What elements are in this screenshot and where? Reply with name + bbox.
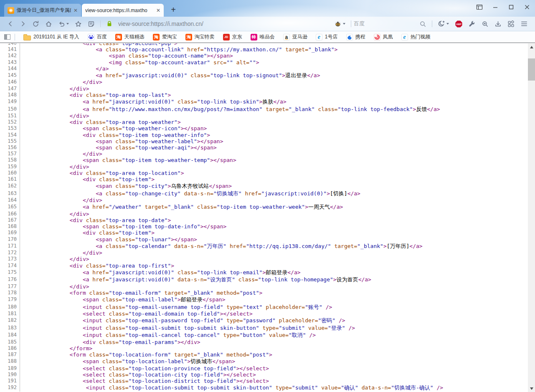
tab-maxthon-today[interactable]: 傲游今日_傲游用户专属的网 ✕ bbox=[4, 4, 81, 17]
extensions-grid-icon[interactable] bbox=[505, 18, 517, 30]
bookmark-label: 携程 bbox=[355, 33, 365, 40]
source-line-code: </div> bbox=[20, 164, 89, 170]
source-line-code: </div> bbox=[20, 250, 102, 256]
home-icon[interactable] bbox=[42, 18, 55, 30]
toolbar-separator bbox=[432, 20, 432, 27]
line-number: 171 bbox=[0, 243, 20, 250]
tab-title: view-source:https://i.maxtho bbox=[85, 8, 154, 13]
tao-icon: 淘 bbox=[115, 34, 122, 40]
source-line: 190 <select class="top-location-city top… bbox=[0, 372, 535, 378]
source-line-code: <input class="top-email-password top-fie… bbox=[20, 317, 345, 324]
search-icon[interactable] bbox=[416, 18, 429, 30]
bookmark-item[interactable]: 淘天猫精选 bbox=[115, 33, 145, 40]
source-line-code: <div class="top-account-pop"> bbox=[20, 43, 177, 46]
download-icon[interactable] bbox=[492, 18, 505, 30]
line-number: 151 bbox=[0, 113, 20, 119]
tab-close-icon[interactable]: ✕ bbox=[74, 8, 78, 13]
wrench-icon[interactable] bbox=[466, 18, 479, 30]
bookmark-item[interactable]: e热门视频 bbox=[401, 33, 431, 40]
source-line: 147 </div> bbox=[0, 86, 535, 92]
line-number: 169 bbox=[0, 230, 20, 236]
maxthon-today-icon bbox=[8, 7, 14, 14]
source-line: 184 <input class="top-email-cancel top-c… bbox=[0, 331, 535, 339]
line-number: 173 bbox=[0, 256, 20, 262]
favorite-star-icon[interactable] bbox=[72, 18, 85, 30]
bookmark-item[interactable]: 淘淘宝特卖 bbox=[185, 33, 215, 40]
bee-icon[interactable] bbox=[331, 18, 348, 30]
source-line-code: <span class="top-weather-label"></span> bbox=[20, 138, 223, 144]
line-number: 168 bbox=[0, 223, 20, 230]
menu-hamburger-icon[interactable] bbox=[517, 18, 531, 30]
line-number: 175 bbox=[0, 269, 20, 276]
bookmark-item[interactable]: 20191101 从 IE 导入 bbox=[23, 33, 79, 40]
bookmark-label: 亚马逊 bbox=[292, 33, 307, 40]
bookmark-label: 爱淘宝 bbox=[162, 33, 177, 40]
source-line-code: <div class="top-item"> bbox=[20, 176, 155, 182]
bookmark-item[interactable]: 淘爱淘宝 bbox=[153, 33, 177, 40]
scrollbar-down-button[interactable] bbox=[528, 385, 535, 392]
source-line-code: </div> bbox=[20, 86, 89, 92]
tab-view-source[interactable]: view-source:https://i.maxtho ✕ bbox=[82, 4, 164, 17]
source-line: 157 </div> bbox=[0, 151, 535, 157]
vertical-scrollbar[interactable] bbox=[528, 43, 535, 392]
minimize-icon[interactable] bbox=[491, 3, 500, 12]
source-line: 170 <span class="top-lunar"></span> bbox=[0, 236, 535, 243]
line-number: 159 bbox=[0, 164, 20, 170]
line-number: 162 bbox=[0, 182, 20, 190]
page-find-icon[interactable] bbox=[479, 18, 492, 30]
source-line: 150 <a href="http://www.maxthon.cn/mx/bu… bbox=[0, 106, 535, 113]
bookmark-item[interactable]: 携程 bbox=[346, 33, 365, 40]
scrollbar-up-button[interactable] bbox=[528, 43, 535, 51]
source-line-code: </div> bbox=[20, 256, 89, 262]
bookmark-item[interactable]: 特唯品会 bbox=[251, 33, 275, 40]
ssl-lock-icon[interactable] bbox=[103, 18, 116, 30]
bookmark-label: 天猫精选 bbox=[124, 33, 145, 40]
source-line-code: <input class="top-email-submit top-submi… bbox=[20, 324, 355, 332]
reader-page-icon[interactable] bbox=[85, 18, 98, 30]
line-number: 165 bbox=[0, 203, 20, 211]
line-number: 170 bbox=[0, 236, 20, 243]
ui-layout-icon[interactable] bbox=[475, 3, 484, 12]
amazon-icon: a bbox=[283, 34, 290, 40]
source-line: 167 <div class="top-area top-date"> bbox=[0, 217, 535, 223]
forward-icon[interactable] bbox=[17, 18, 29, 30]
source-line-code: <span class="top-lunar"></span> bbox=[20, 236, 197, 243]
source-line: 149 <a href="javascript:void(0)" class="… bbox=[0, 98, 535, 106]
maximize-icon[interactable] bbox=[507, 3, 516, 12]
line-number: 174 bbox=[0, 263, 20, 269]
window-controls bbox=[475, 3, 532, 12]
refresh-icon[interactable] bbox=[29, 18, 42, 30]
source-line-code: <a href="javascript:void(0)" class="top-… bbox=[20, 72, 320, 79]
source-line-code: <img class="top-account-avatar" src="" a… bbox=[20, 59, 259, 66]
address-bar-url[interactable]: view-source:https://i.maxthon.cn/ bbox=[118, 20, 203, 27]
source-line-code: <div class="top-area top-last"> bbox=[20, 92, 171, 98]
source-line: 151 </div> bbox=[0, 113, 535, 119]
sidebar-toggle-icon[interactable] bbox=[4, 34, 10, 40]
undo-icon[interactable] bbox=[55, 18, 72, 30]
bookmark-item[interactable]: JD京东 bbox=[223, 33, 242, 40]
line-number: 177 bbox=[0, 283, 20, 290]
source-line: 144 </a> bbox=[0, 66, 535, 72]
source-code: 140 <div class="top-account-pop">141 <a … bbox=[0, 43, 535, 392]
adblock-abp-icon[interactable]: ABP bbox=[452, 18, 466, 30]
line-number: 190 bbox=[0, 372, 20, 378]
source-line-code: <a class="top-account-link" href="https:… bbox=[20, 46, 337, 53]
source-line-code: <a href="http://www.maxthon.cn/mx/bug/po… bbox=[20, 106, 440, 113]
search-input[interactable]: 百度 bbox=[354, 20, 416, 28]
bookmark-item[interactable]: e1号店 bbox=[316, 33, 338, 40]
bookmark-item[interactable]: 百度 bbox=[88, 33, 107, 40]
bookmark-item[interactable]: a亚马逊 bbox=[283, 33, 307, 40]
line-number: 141 bbox=[0, 46, 20, 53]
source-line-code: <span class="top-email-label">邮箱登录</span… bbox=[20, 296, 226, 303]
back-icon[interactable] bbox=[4, 18, 17, 30]
bookmark-item[interactable]: 凤凰 bbox=[374, 33, 393, 40]
new-tab-button[interactable]: + bbox=[168, 4, 179, 15]
source-line: 162 <span class="top-city">乌鲁木齐牧试站</span… bbox=[0, 182, 535, 190]
source-line-code: <a class="top-calendar" data-s-n="万年历" h… bbox=[20, 243, 423, 250]
chevron-down-icon bbox=[66, 23, 69, 25]
scrollbar-thumb[interactable] bbox=[528, 58, 535, 81]
night-mode-moon-icon[interactable] bbox=[435, 18, 452, 30]
source-line: 181 <select class="top-email-domain top-… bbox=[0, 311, 535, 317]
tab-close-icon[interactable]: ✕ bbox=[156, 8, 160, 13]
close-icon[interactable] bbox=[522, 3, 532, 12]
